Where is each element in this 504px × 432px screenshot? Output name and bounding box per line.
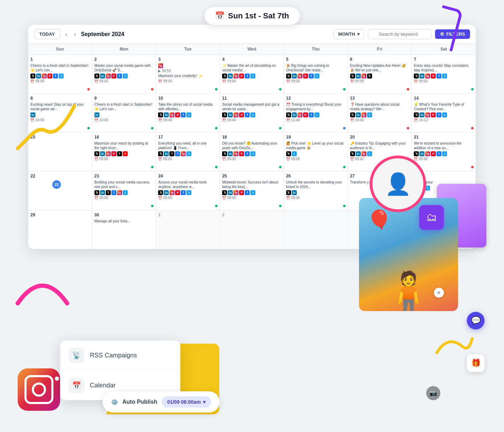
facebook-icon: f <box>309 74 314 78</box>
month-title: September 2024 <box>81 31 124 37</box>
instagram-icon-sm: ig <box>297 74 302 78</box>
person-illustration: 🧍 <box>382 272 435 311</box>
search-wrapper <box>368 29 431 39</box>
twitter-icon: 𝕏 <box>286 74 291 78</box>
tiktok-icon: T <box>169 151 174 156</box>
day-header-mon: Mon <box>92 44 156 55</box>
cell-sep-11: 11 Social media management just got a wh… <box>220 94 284 133</box>
prev-button[interactable]: ‹ <box>63 30 69 39</box>
search-input[interactable] <box>368 29 431 39</box>
cell-sep-2: 2 Master your social media game with Onl… <box>92 55 156 94</box>
twitter2-icon: t <box>59 74 64 78</box>
status-dot <box>279 205 282 207</box>
pinterest-icon: P <box>303 74 308 78</box>
twitter2-icon: t <box>314 74 319 78</box>
day-header-fri: Fri <box>348 44 412 55</box>
status-dot <box>215 205 218 207</box>
twitter-icon: 𝕏 <box>286 112 291 117</box>
twitter-icon: 𝕏 <box>30 74 35 78</box>
month-view-dropdown[interactable]: MONTH ▾ <box>334 29 364 39</box>
auto-publish-time[interactable]: 01/09 08:00am ▾ <box>162 396 211 408</box>
chat-bubble-button[interactable]: 💬 <box>467 312 485 329</box>
cell-sep-29: 29 <box>28 210 92 249</box>
pinterest-icon: P <box>175 112 180 117</box>
cell-sep-25: 25 Midweek boost: Success isn't about be… <box>220 171 284 210</box>
auto-publish-label: Auto Publish <box>122 399 157 405</box>
status-dot <box>407 88 409 91</box>
instagram-app-icon[interactable] <box>18 368 60 411</box>
status-dot <box>471 127 474 129</box>
gift-icon-badge[interactable]: 🎁 <box>467 354 485 372</box>
instagram-icon-sm: ig <box>361 151 366 156</box>
instagram-icon-sm: ig <box>233 190 238 195</box>
auto-publish-bar: ⚙️ Auto Publish 01/09 08:00am ▾ <box>103 391 220 413</box>
tiktok-icon: T <box>117 151 122 156</box>
linkedin-icon: in <box>228 190 233 195</box>
facebook-icon: f <box>436 112 441 117</box>
close-overlay-button[interactable]: ✕ <box>434 288 444 298</box>
twitter-icon: 𝕏 <box>350 74 355 78</box>
cell-sep-16: 16 Maximize your reach by posting at the… <box>92 133 156 171</box>
content-library-icon[interactable]: 🗂 <box>419 205 444 230</box>
facebook-icon: f <box>245 190 250 195</box>
auto-publish-icon: ⚙️ <box>111 399 118 405</box>
linkedin-icon: in <box>356 74 361 78</box>
instagram-icon-sm: ig <box>42 74 47 78</box>
twitter-icon: 𝕏 <box>414 74 419 78</box>
status-dot <box>215 88 218 91</box>
header-left: TODAY ‹ › September 2024 <box>34 29 124 39</box>
cell-sep-22: 22 <box>28 171 92 210</box>
instagram-icon-sm: ig <box>117 190 122 195</box>
facebook-icon: f <box>53 74 58 78</box>
instagram-icon-sm: ig <box>106 74 111 78</box>
day-header-thu: Thu <box>284 44 348 55</box>
camera-button[interactable]: 📷 <box>426 386 440 400</box>
linkedin-icon: in <box>100 190 105 195</box>
twitter-icon: 𝕏 <box>158 190 163 195</box>
instagram-icon-sm: ig <box>181 151 186 156</box>
facebook-icon: f <box>117 74 122 78</box>
rss-icon: 📡 <box>69 348 84 363</box>
facebook-icon: f <box>436 74 441 78</box>
status-dot <box>407 127 409 129</box>
profile-overlay: 🗂 <box>370 156 447 233</box>
cell-sep-12: 12 ⏰ Timing is everything! Boost your en… <box>284 94 348 133</box>
instagram-icon-sm: ig <box>297 112 302 117</box>
linkedin-icon: in <box>419 74 424 78</box>
twitter2-icon: t <box>250 74 255 78</box>
status-dot <box>87 88 90 91</box>
calendar-menu-icon: 📅 <box>69 378 84 393</box>
twitter-icon: 𝕏 <box>222 112 227 117</box>
instagram-icon-sm: ig <box>106 151 111 156</box>
status-dot <box>151 127 153 129</box>
menu-item-rss[interactable]: 📡 RSS Campaigns <box>60 340 180 370</box>
linkedin-icon: in <box>100 74 105 78</box>
twitter-icon: 𝕏 <box>222 151 227 156</box>
cell-sep-24: 24 Access your social media tools anytim… <box>156 171 220 210</box>
rss-label: RSS Campaigns <box>90 352 137 359</box>
cell-sep-17: 17 Everything you need, all in one platf… <box>156 133 220 171</box>
instagram-icon-sm: ig <box>233 151 238 156</box>
twitter-icon: 𝕏 <box>94 74 99 78</box>
linkedin-icon: in <box>292 190 297 195</box>
day-header-tue: Tue <box>156 44 220 55</box>
cell-sep-23: 23 Building your social media success, o… <box>92 171 156 210</box>
instagram-icon-sm: ig <box>158 63 163 68</box>
dropdown-chevron-icon: ▾ <box>203 399 205 405</box>
cell-empty-1 <box>284 210 348 249</box>
status-dot <box>151 88 153 91</box>
deco-wave-yellow <box>11 99 81 157</box>
linkedin-icon: in <box>356 151 361 156</box>
facebook-icon: f <box>175 151 180 156</box>
linkedin-icon: in <box>164 151 169 156</box>
today-button[interactable]: TODAY <box>34 29 60 39</box>
twitter-icon: 𝕏 <box>350 112 355 117</box>
status-dot <box>343 88 346 91</box>
pinterest-icon: P <box>303 112 308 117</box>
badge-count: 22 <box>52 180 61 189</box>
cell-sep-10: 10 Take the stress out of social media w… <box>156 94 220 133</box>
calendar-icon: 📅 <box>215 11 225 21</box>
next-button[interactable]: › <box>72 30 78 39</box>
facebook-icon: f <box>181 112 186 117</box>
twitter2-icon: t <box>123 74 128 78</box>
